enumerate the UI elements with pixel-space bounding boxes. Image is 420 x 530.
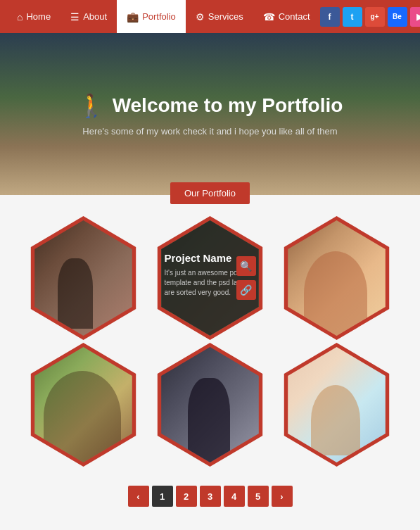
nav-portfolio[interactable]: 💼 Portfolio [117, 0, 186, 33]
dribbble-button[interactable]: ▶ [410, 7, 420, 27]
home-icon: ⌂ [17, 11, 23, 23]
page-2-button[interactable]: 2 [176, 486, 197, 507]
portfolio-icon: 💼 [127, 11, 139, 23]
page-3-button[interactable]: 3 [200, 486, 221, 507]
hex-photo-4 [30, 347, 138, 462]
portfolio-item-5[interactable] [154, 345, 267, 465]
link-icon-btn[interactable]: 🔗 [236, 280, 256, 300]
googleplus-button[interactable]: g+ [365, 7, 385, 27]
portfolio-grid: Project Name It's just an awesome portfo… [0, 204, 420, 472]
grid-row-2 [21, 345, 399, 465]
portfolio-item-6[interactable] [281, 345, 393, 465]
about-icon: ☰ [70, 11, 79, 23]
hex-photo-6 [283, 347, 391, 462]
twitter-button[interactable]: t [343, 7, 362, 27]
hero-title: 🚶 Welcome to my Portfolio [77, 92, 343, 119]
grid-row-1: Project Name It's just an awesome portfo… [21, 218, 399, 338]
navbar: ⌂ Home ☰ About 💼 Portfolio ⚙ Services ☎ … [0, 0, 420, 33]
nav-home[interactable]: ⌂ Home [7, 0, 61, 33]
hex-photo-3 [283, 220, 391, 336]
project-overlay: Project Name It's just an awesome portfo… [156, 220, 265, 336]
page-1-button[interactable]: 1 [152, 486, 173, 507]
person-icon: 🚶 [77, 92, 106, 119]
hero-section: 🚶 Welcome to my Portfolio Here's some of… [0, 33, 420, 195]
hero-subtitle: Here's some of my work check it and i ho… [82, 126, 337, 137]
overlay-actions: 🔍 🔗 [236, 256, 256, 300]
behance-button[interactable]: Be [388, 7, 407, 27]
portfolio-item-4[interactable] [27, 345, 140, 465]
page-4-button[interactable]: 4 [224, 486, 245, 507]
portfolio-item-3[interactable] [281, 218, 393, 338]
hex-photo-5 [156, 347, 265, 462]
hex-photo-1 [30, 220, 138, 336]
prev-page-button[interactable]: ‹ [128, 486, 149, 507]
next-page-button[interactable]: › [272, 486, 293, 507]
facebook-button[interactable]: f [320, 7, 340, 27]
portfolio-button[interactable]: Our Portfolio [170, 182, 250, 204]
services-icon: ⚙ [196, 11, 205, 23]
portfolio-btn-wrap: Our Portfolio [0, 182, 420, 204]
page-5-button[interactable]: 5 [248, 486, 269, 507]
portfolio-item-1[interactable] [27, 218, 140, 338]
pagination: ‹ 1 2 3 4 5 › [0, 472, 420, 524]
portfolio-item-2[interactable]: Project Name It's just an awesome portfo… [154, 218, 267, 338]
social-icons: f t g+ Be ▶ [320, 7, 420, 27]
nav-links: ⌂ Home ☰ About 💼 Portfolio ⚙ Services ☎ … [7, 0, 320, 33]
nav-services[interactable]: ⚙ Services [186, 0, 253, 33]
nav-contact[interactable]: ☎ Contact [253, 0, 320, 33]
nav-about[interactable]: ☰ About [61, 0, 117, 33]
hex-photo-2: Project Name It's just an awesome portfo… [156, 220, 265, 336]
contact-icon: ☎ [263, 11, 275, 23]
search-icon-btn[interactable]: 🔍 [236, 256, 256, 276]
